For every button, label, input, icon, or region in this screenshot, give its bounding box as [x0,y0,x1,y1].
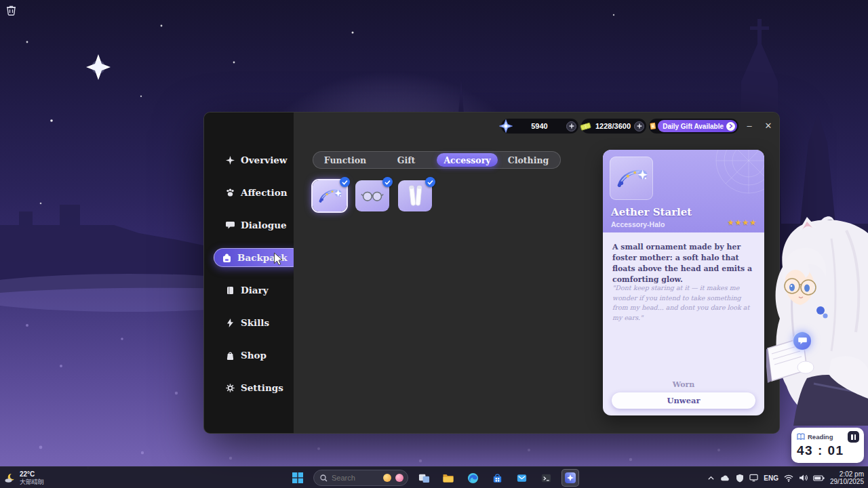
security-shield-icon[interactable] [736,474,744,483]
sidebar-item-shop[interactable]: Shop [204,339,294,371]
close-button[interactable]: ✕ [759,117,778,134]
terminal-icon[interactable] [537,469,555,487]
add-ticket-currency-button[interactable] [634,121,644,131]
inventory-item-halo[interactable] [313,180,347,211]
edge-browser-icon[interactable] [464,469,481,487]
task-view-icon[interactable] [415,469,433,487]
chat-icon [798,337,807,345]
sidebar-item-skills[interactable]: Skills [204,306,294,339]
desktop: Overview Affection Dialogue [0,0,868,488]
category-tabbar: Function Gift Accessory Clothing [313,151,561,169]
book-icon [797,433,805,441]
chat-icon [226,221,235,230]
companion-app-icon[interactable] [561,469,579,487]
sidebar-item-affection[interactable]: Affection [204,176,294,209]
halo-accessory-icon [316,183,343,209]
battery-icon[interactable] [813,475,825,481]
equipped-check-icon [382,177,393,187]
taskbar: 22°C 大部晴朗 [0,466,868,488]
taskbar-tray: ENG 2:02 pm 29/10/2025 [707,467,864,488]
wifi-icon[interactable] [784,474,793,482]
sidebar-item-settings[interactable]: Settings [204,371,294,404]
item-detail-header: Aether Starlet Accessory-Halo ★★★★ [603,150,764,232]
item-rarity-stars: ★★★★ [728,218,757,227]
add-star-currency-button[interactable] [566,121,576,131]
windows-logo-icon [292,472,303,483]
chat-bubble-button[interactable] [793,331,812,350]
sidebar-item-dialogue[interactable]: Dialogue [204,209,294,241]
window-content: 5940 1228/3600 [294,113,779,433]
hidden-icons-chevron-icon[interactable] [707,475,715,481]
item-quote: "Dont keep staring at it — it makes me w… [612,283,753,323]
tab-clothing[interactable]: Clothing [498,153,559,167]
compass-icon [226,156,235,165]
sidebar-item-label: Shop [241,350,267,361]
mouse-cursor [273,252,283,266]
pause-button[interactable] [848,431,859,443]
skill-icon [226,319,235,327]
search-icon [320,474,328,482]
companion-character[interactable] [766,216,868,426]
weather-condition: 大部晴朗 [20,479,44,485]
file-explorer-icon[interactable] [439,469,457,487]
weather-widget[interactable]: 22°C 大部晴朗 [4,467,44,488]
sidebar: Overview Affection Dialogue [204,113,294,433]
backpack-icon [222,253,231,262]
inventory-item-glasses[interactable] [355,180,389,211]
language-indicator[interactable]: ENG [764,474,778,482]
recycle-bin-icon[interactable] [5,4,17,18]
tab-gift[interactable]: Gift [376,153,437,167]
reading-timer: 43 : 01 [797,443,859,458]
glasses-accessory-icon [359,183,386,209]
diary-icon [226,286,235,295]
sidebar-item-label: Overview [241,155,288,165]
sidebar-item-label: Affection [241,187,288,198]
gift-book-icon [648,120,657,132]
star-currency-pill: 5940 [501,119,578,134]
inventory-item-stockings[interactable] [398,180,432,211]
search-input[interactable] [332,474,379,482]
weather-icon [4,472,16,484]
daily-gift-label: Daily Gift Available [663,123,724,130]
search-highlight-icon [383,474,391,482]
start-button[interactable] [289,469,307,487]
sidebar-item-label: Skills [241,317,269,328]
item-description: A small ornament made by her foster moth… [612,242,755,285]
display-icon[interactable] [749,474,758,482]
clock-time: 2:02 pm [840,470,864,478]
item-title: Aether Starlet [611,206,692,218]
halo-accessory-icon [614,161,649,195]
shop-icon [226,351,235,360]
tab-accessory[interactable]: Accessory [437,153,498,167]
taskbar-clock[interactable]: 2:02 pm 29/10/2025 [830,470,864,485]
tab-function[interactable]: Function [315,153,376,167]
taskbar-search[interactable] [313,470,408,486]
unwear-button[interactable]: Unwear [612,392,755,409]
item-detail-panel: Aether Starlet Accessory-Halo ★★★★ A sma… [603,150,764,415]
item-category: Accessory-Halo [611,220,665,228]
store-icon[interactable] [488,469,506,487]
chevron-right-icon [726,122,735,131]
plus-icon [569,123,574,129]
daily-gift-button[interactable]: Daily Gift Available [658,120,737,132]
worn-status: Worn [603,380,764,389]
onedrive-cloud-icon[interactable] [720,474,730,482]
star-currency-value: 5940 [513,122,566,130]
volume-icon[interactable] [799,474,808,482]
sidebar-item-diary[interactable]: Diary [204,274,294,306]
ticket-currency-icon [579,120,592,133]
equipped-check-icon [425,177,435,187]
daily-gift-pill: Daily Gift Available [649,119,738,134]
inventory-grid [313,180,432,211]
stockings-accessory-icon [401,183,429,209]
gear-icon [226,384,235,392]
reading-widget: Reading 43 : 01 [791,428,864,463]
minimize-button[interactable]: – [740,117,759,134]
clock-date: 29/10/2025 [830,478,864,485]
ticket-currency-pill: 1228/3600 [581,119,646,134]
gloved-hand [797,361,814,373]
item-image [610,157,653,200]
reading-widget-label: Reading [808,433,845,441]
sidebar-item-overview[interactable]: Overview [204,144,294,176]
mail-icon[interactable] [513,469,530,487]
